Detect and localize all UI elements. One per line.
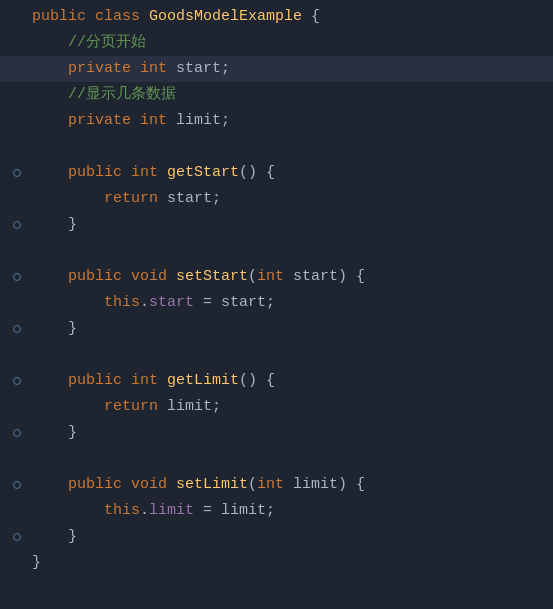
code-token: limit: [293, 476, 338, 493]
code-token: }: [32, 554, 41, 571]
code-token: limit;: [167, 398, 221, 415]
code-token: [32, 86, 68, 103]
code-line: this.limit = limit;: [0, 498, 553, 524]
code-line: public class GoodsModelExample {: [0, 4, 553, 30]
code-line: //显示几条数据: [0, 82, 553, 108]
code-line: [0, 342, 553, 368]
code-token: [32, 164, 68, 181]
code-token: ) {: [338, 268, 365, 285]
code-token: [32, 294, 104, 311]
code-tokens: }: [32, 316, 77, 342]
line-gutter: [8, 481, 26, 489]
code-line: [0, 134, 553, 160]
code-token: public: [68, 164, 131, 181]
code-token: public: [68, 268, 131, 285]
code-token: GoodsModelExample: [149, 8, 302, 25]
breakpoint-dot[interactable]: [13, 169, 21, 177]
code-token: [32, 502, 104, 519]
code-tokens: private int limit;: [32, 108, 230, 134]
code-token: getStart: [167, 164, 239, 181]
code-token: {: [302, 8, 320, 25]
code-line: //分页开始: [0, 30, 553, 56]
code-token: .: [140, 502, 149, 519]
code-line: this.start = start;: [0, 290, 553, 316]
breakpoint-dot[interactable]: [13, 533, 21, 541]
code-token: }: [32, 424, 77, 441]
line-gutter: [8, 377, 26, 385]
code-token: .: [140, 294, 149, 311]
code-token: start: [149, 294, 194, 311]
code-tokens: this.limit = limit;: [32, 498, 275, 524]
code-token: return: [104, 190, 167, 207]
code-token: public: [68, 476, 131, 493]
line-gutter: [8, 429, 26, 437]
code-tokens: //分页开始: [32, 30, 146, 56]
code-token: this: [104, 294, 140, 311]
code-token: start: [293, 268, 338, 285]
code-token: private: [68, 60, 140, 77]
code-token: class: [95, 8, 149, 25]
code-line: public void setLimit(int limit) {: [0, 472, 553, 498]
code-token: limit;: [176, 112, 230, 129]
line-gutter: [8, 325, 26, 333]
code-line: private int limit;: [0, 108, 553, 134]
code-tokens: public void setLimit(int limit) {: [32, 472, 365, 498]
code-token: public: [68, 372, 131, 389]
code-token: [32, 372, 68, 389]
code-token: int: [257, 476, 293, 493]
code-token: (: [248, 476, 257, 493]
code-line: [0, 446, 553, 472]
code-token: [32, 60, 68, 77]
line-gutter: [8, 169, 26, 177]
code-token: limit: [149, 502, 194, 519]
code-token: int: [140, 60, 176, 77]
code-token: }: [32, 320, 77, 337]
code-tokens: public void setStart(int start) {: [32, 264, 365, 290]
code-token: void: [131, 476, 176, 493]
code-tokens: return limit;: [32, 394, 221, 420]
code-token: void: [131, 268, 176, 285]
code-token: int: [257, 268, 293, 285]
code-token: [32, 268, 68, 285]
code-tokens: }: [32, 212, 77, 238]
breakpoint-dot[interactable]: [13, 429, 21, 437]
code-token: = limit;: [194, 502, 275, 519]
breakpoint-dot[interactable]: [13, 377, 21, 385]
code-line: return start;: [0, 186, 553, 212]
code-token: [32, 476, 68, 493]
code-token: [32, 34, 68, 51]
code-editor: public class GoodsModelExample { //分页开始 …: [0, 0, 553, 609]
code-line: public int getLimit() {: [0, 368, 553, 394]
code-tokens: }: [32, 524, 77, 550]
code-token: start;: [167, 190, 221, 207]
code-token: setStart: [176, 268, 248, 285]
code-tokens: public int getStart() {: [32, 160, 275, 186]
breakpoint-dot[interactable]: [13, 325, 21, 333]
breakpoint-dot[interactable]: [13, 481, 21, 489]
code-token: public: [32, 8, 95, 25]
code-token: getLimit: [167, 372, 239, 389]
code-line: return limit;: [0, 394, 553, 420]
code-token: start;: [176, 60, 230, 77]
code-line: }: [0, 212, 553, 238]
code-tokens: }: [32, 550, 41, 576]
breakpoint-dot[interactable]: [13, 273, 21, 281]
code-line: public void setStart(int start) {: [0, 264, 553, 290]
code-token: [32, 112, 68, 129]
code-token: int: [140, 112, 176, 129]
code-token: [32, 190, 104, 207]
code-token: //分页开始: [68, 34, 146, 51]
code-token: this: [104, 502, 140, 519]
code-token: int: [131, 372, 167, 389]
code-tokens: }: [32, 420, 77, 446]
breakpoint-dot[interactable]: [13, 221, 21, 229]
code-token: () {: [239, 372, 275, 389]
code-token: (: [248, 268, 257, 285]
code-line: }: [0, 316, 553, 342]
code-token: return: [104, 398, 167, 415]
code-token: private: [68, 112, 140, 129]
line-gutter: [8, 273, 26, 281]
code-tokens: public class GoodsModelExample {: [32, 4, 320, 30]
line-gutter: [8, 533, 26, 541]
code-tokens: //显示几条数据: [32, 82, 176, 108]
